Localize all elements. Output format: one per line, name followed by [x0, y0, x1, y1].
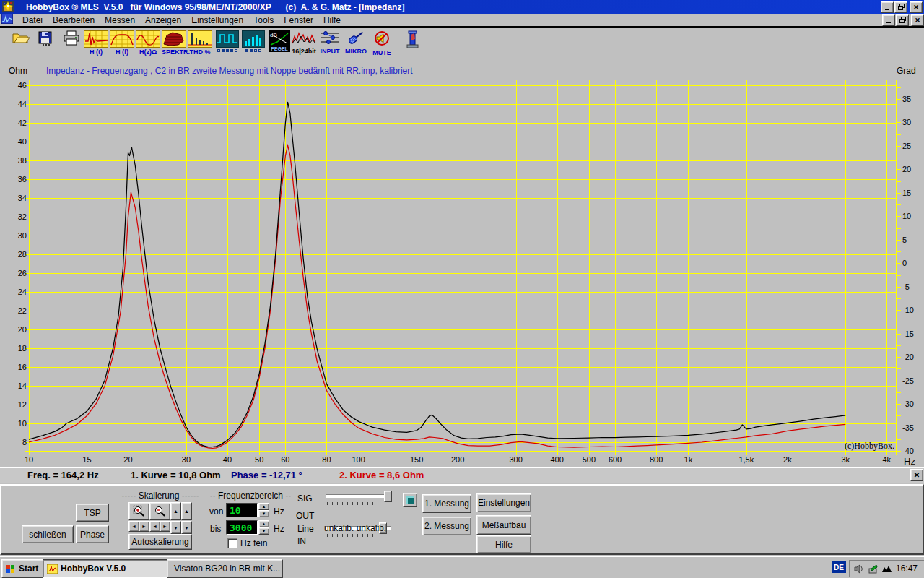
menu-einstellungen[interactable]: Einstellungen	[186, 14, 248, 26]
zoom-out-button[interactable]	[149, 502, 170, 520]
messung2-button[interactable]: 2. Messung	[422, 517, 471, 535]
svg-text:1k: 1k	[684, 455, 693, 464]
status-close-button[interactable]: ✕	[910, 469, 923, 481]
restore-button[interactable]	[894, 1, 907, 13]
scale-down-left-button[interactable]: ▼	[170, 521, 181, 534]
mute-button[interactable]: MUTE	[370, 30, 394, 56]
bits-button[interactable]: 16|24bit	[292, 30, 316, 55]
hz-button[interactable]: H(z)Ω	[136, 30, 160, 56]
messung1-button[interactable]: 1. Messung	[422, 494, 471, 513]
pan-right2-button[interactable]: ►	[160, 521, 170, 532]
mdi-close-button[interactable]: ✕	[911, 14, 924, 26]
ht-button[interactable]: H (t)	[84, 30, 108, 56]
von-spin-down[interactable]: ▼	[258, 510, 269, 517]
bis-field[interactable]: 3000	[226, 520, 258, 535]
app-icon[interactable]	[2, 1, 14, 14]
print-button[interactable]	[59, 30, 84, 48]
svg-text:2k: 2k	[783, 455, 792, 464]
zoom-in-button[interactable]	[128, 502, 149, 520]
mdi-child-icon[interactable]	[1, 14, 13, 26]
taskbar-task-hobbybox[interactable]: HobbyBox V.5.0	[43, 559, 172, 578]
svg-text:-10: -10	[902, 306, 914, 314]
menu-anzeigen[interactable]: Anzeigen	[140, 14, 186, 26]
mdi-restore-button[interactable]	[896, 14, 909, 26]
messaufbau-button[interactable]: Meßaufbau	[476, 515, 531, 535]
in-label: IN	[297, 536, 306, 546]
bis-label: bis	[210, 524, 221, 534]
printer-icon	[63, 30, 80, 46]
bis-spin-up[interactable]: ▲	[258, 520, 269, 527]
menu-hilfe[interactable]: Hilfe	[318, 14, 346, 26]
pegel-button[interactable]: dBPEGEL	[267, 30, 292, 54]
sig-label: SIG	[297, 493, 313, 504]
hf-label: H (f)	[110, 48, 134, 56]
svg-text:30: 30	[18, 231, 27, 240]
analyzer-tray-icon[interactable]	[881, 564, 892, 573]
open-file-button[interactable]	[9, 30, 33, 47]
recorder-tray-icon[interactable]	[868, 564, 878, 574]
svg-text:10: 10	[25, 455, 33, 464]
status-kurve1: 1. Kurve = 10,8 Ohm	[131, 470, 221, 480]
exit-icon	[404, 30, 421, 49]
von-field[interactable]: 10	[226, 503, 258, 517]
menu-messen[interactable]: Messen	[100, 14, 140, 26]
schliessen-button[interactable]: schließen	[22, 525, 74, 543]
language-indicator[interactable]: DE	[832, 561, 846, 573]
bis-spin-down[interactable]: ▼	[258, 527, 269, 535]
volume-tray-icon[interactable]	[854, 564, 864, 574]
menu-fenster[interactable]: Fenster	[279, 14, 318, 26]
sig-slider[interactable]	[324, 491, 393, 505]
minimize-button[interactable]	[881, 1, 894, 13]
pan-right-button[interactable]: ►	[139, 521, 149, 532]
hobbybox-task-icon	[47, 564, 58, 574]
mdi-minimize-button[interactable]	[882, 14, 895, 26]
hf-button[interactable]: H (f)	[110, 30, 134, 56]
menu-datei[interactable]: Datei	[17, 14, 48, 26]
impedance-chart[interactable]: 810121416182022242628303234363840424446-…	[0, 78, 924, 468]
von-spinner[interactable]: ▲▼	[258, 503, 269, 517]
signal-led-button[interactable]	[403, 493, 417, 507]
taskbar-task-visaton[interactable]: Visaton BG20 in BR mit K...	[167, 559, 283, 578]
scale-up-right-button[interactable]: ▲	[181, 502, 192, 520]
sig-slider-ticks	[327, 502, 390, 505]
hz-fein-checkbox[interactable]	[227, 538, 237, 548]
scale-up-left-button[interactable]: ▲	[170, 502, 181, 520]
svg-text:-35: -35	[902, 423, 914, 432]
scope-button[interactable]	[215, 30, 240, 52]
svg-text:-30: -30	[902, 400, 914, 408]
sig-slider-thumb[interactable]	[384, 491, 392, 502]
einstellungen-button[interactable]: Einstellungen	[476, 493, 531, 512]
autoskalierung-button[interactable]: Autoskalierung	[128, 534, 192, 550]
input-button[interactable]: INPUT	[318, 30, 342, 55]
menu-bearbeiten[interactable]: Bearbeiten	[48, 14, 100, 26]
menu-tools[interactable]: Tools	[248, 14, 279, 26]
svg-text:35: 35	[902, 95, 911, 103]
pan-left2-button[interactable]: ◄	[149, 521, 160, 532]
exit-button[interactable]	[400, 30, 424, 51]
svg-text:(c)HobbyBox.: (c)HobbyBox.	[845, 441, 894, 451]
svg-text:25: 25	[902, 142, 911, 150]
tsp-button[interactable]: TSP	[76, 504, 109, 522]
svg-text:0: 0	[902, 259, 907, 267]
spektr-button[interactable]: SPEKTR.	[162, 30, 186, 56]
von-label: von	[209, 506, 223, 517]
svg-text:80: 80	[322, 455, 331, 464]
von-spin-up[interactable]: ▲	[258, 503, 269, 510]
pan-left-button[interactable]: ◄	[128, 521, 139, 532]
mikro-button[interactable]: MIKRO	[344, 30, 368, 55]
menu-bar: Datei Bearbeiten Messen Anzeigen Einstel…	[0, 14, 924, 26]
close-button[interactable]: ✕	[910, 1, 923, 13]
hilfe-button[interactable]: Hilfe	[476, 535, 531, 553]
window-title: HobbyBox ® MLS V.5.0 für Windows 95/98/M…	[26, 2, 404, 12]
levels-button[interactable]	[241, 30, 266, 52]
svg-text:600: 600	[609, 455, 622, 464]
phase-button[interactable]: Phase	[76, 525, 109, 543]
bis-spinner[interactable]: ▲▼	[258, 520, 269, 535]
thd-button[interactable]: THD %	[188, 30, 212, 56]
hf-icon	[110, 30, 134, 48]
taskbar: Start HobbyBox V.5.0 Visaton BG20 in BR …	[0, 556, 924, 578]
save-button[interactable]	[33, 30, 58, 48]
svg-text:15: 15	[82, 455, 91, 464]
scale-down-right-button[interactable]: ▼	[181, 521, 192, 534]
tray-clock[interactable]: 16:47	[896, 564, 918, 574]
